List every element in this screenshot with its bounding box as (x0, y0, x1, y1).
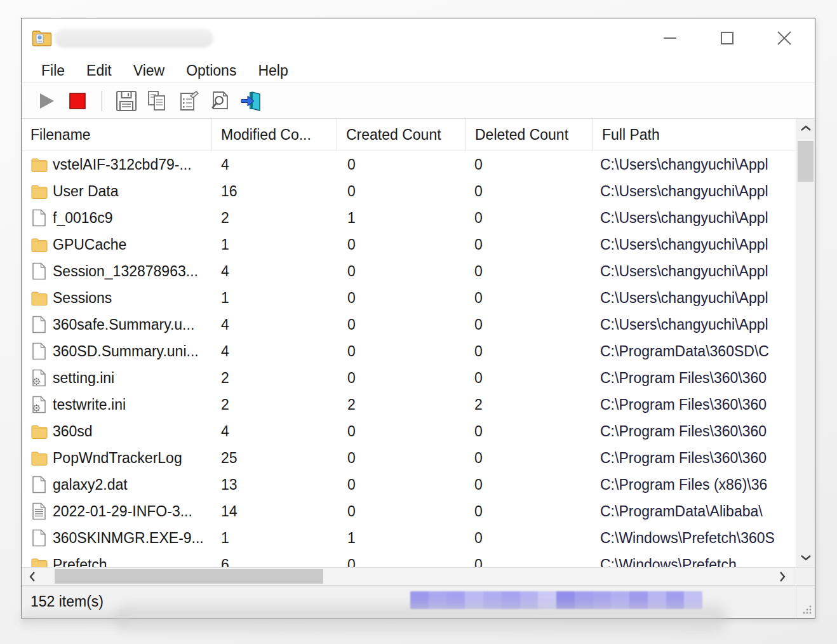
column-header-filename[interactable]: Filename (22, 119, 212, 151)
filename-cell: 2022-01-29-INFO-3... (22, 502, 212, 520)
chevron-right-icon (779, 571, 786, 582)
table-row[interactable]: PopWndTrackerLog 25 0 0 C:\Program Files… (22, 445, 796, 471)
deleted-count-cell: 0 (466, 290, 593, 307)
table-row[interactable]: User Data 16 0 0 C:\Users\changyuchi\App… (22, 178, 796, 205)
start-button[interactable] (34, 88, 58, 114)
vertical-scrollbar[interactable] (796, 119, 815, 567)
table-row[interactable]: 360safe.Summary.u... 4 0 0 C:\Users\chan… (22, 311, 796, 338)
folder-icon (30, 422, 48, 440)
table-row[interactable]: f_0016c9 2 1 0 C:\Users\changyuchi\Appl (22, 205, 796, 231)
modified-count-cell: 2 (212, 396, 337, 413)
created-count-cell: 0 (337, 290, 466, 307)
modified-count-cell: 4 (212, 343, 337, 360)
menu-view[interactable]: View (123, 58, 175, 83)
toolbar-separator (102, 91, 102, 111)
column-header-modified-count[interactable]: Modified Co... (212, 119, 337, 151)
table-row[interactable]: vstelAIF-312cbd79-... 4 0 0 C:\Users\cha… (22, 151, 796, 178)
created-count-cell: 0 (337, 423, 466, 440)
filename-cell: galaxy2.dat (22, 476, 212, 493)
filename-label: Sessions (53, 290, 112, 307)
deleted-count-cell: 0 (466, 503, 593, 520)
modified-count-cell: 4 (212, 423, 337, 440)
menubar: File Edit View Options Help (22, 58, 815, 83)
properties-button[interactable] (177, 88, 201, 114)
scroll-down-button[interactable] (796, 548, 815, 567)
chevron-up-icon (800, 125, 812, 131)
table-row[interactable]: Session_132878963... 4 0 0 C:\Users\chan… (22, 258, 796, 285)
exit-button[interactable] (239, 88, 263, 114)
table-row[interactable]: 360SD.Summary.uni... 4 0 0 C:\ProgramDat… (22, 338, 796, 365)
deleted-count-cell: 0 (466, 556, 593, 568)
listview-header: Filename Modified Co... Created Count De… (22, 119, 796, 151)
column-header-deleted-count[interactable]: Deleted Count (466, 119, 593, 151)
created-count-cell: 0 (337, 263, 466, 280)
column-header-created-count[interactable]: Created Count (337, 119, 466, 151)
horizontal-scrollbar[interactable] (22, 567, 815, 585)
horizontal-scroll-thumb[interactable] (55, 569, 323, 584)
menu-options[interactable]: Options (175, 58, 247, 83)
created-count-cell: 0 (337, 370, 466, 387)
filename-cell: f_0016c9 (22, 209, 212, 227)
file-icon (30, 476, 48, 493)
maximize-button[interactable] (714, 25, 740, 51)
horizontal-scroll-track[interactable] (43, 568, 772, 585)
stop-button[interactable] (65, 88, 90, 114)
folder-icon (30, 236, 48, 253)
table-row[interactable]: Prefetch 6 0 0 C:\Windows\Prefetch (22, 551, 796, 567)
full-path-cell: C:\Users\changyuchi\Appl (593, 263, 796, 280)
table-row[interactable]: GPUCache 1 0 0 C:\Users\changyuchi\Appl (22, 231, 796, 258)
folder-monitor-icon[interactable] (32, 29, 52, 47)
menu-file[interactable]: File (30, 58, 76, 83)
deleted-count-cell: 0 (466, 236, 593, 253)
resize-grip[interactable] (802, 605, 812, 615)
scroll-up-button[interactable] (796, 119, 815, 138)
full-path-cell: C:\Program Files\360\360 (593, 450, 796, 467)
chevron-left-icon (29, 571, 36, 582)
play-icon (37, 91, 56, 111)
modified-count-cell: 4 (212, 156, 337, 173)
item-count-label: 152 item(s) (22, 593, 104, 610)
full-path-cell: C:\ProgramData\360SD\C (593, 343, 796, 360)
table-row[interactable]: 2022-01-29-INFO-3... 14 0 0 C:\ProgramDa… (22, 498, 796, 525)
column-header-full-path[interactable]: Full Path (593, 119, 796, 151)
created-count-cell: 0 (337, 236, 466, 253)
ini-icon (30, 369, 48, 387)
filename-cell: testwrite.ini (22, 396, 212, 413)
full-path-cell: C:\Users\changyuchi\Appl (593, 290, 796, 307)
created-count-cell: 0 (337, 476, 466, 493)
chevron-down-icon (800, 554, 812, 561)
created-count-cell: 1 (337, 210, 466, 227)
vertical-scroll-track[interactable] (796, 138, 815, 548)
table-row[interactable]: Sessions 1 0 0 C:\Users\changyuchi\Appl (22, 285, 796, 311)
table-row[interactable]: testwrite.ini 2 2 2 C:\Program Files\360… (22, 391, 796, 418)
scroll-left-button[interactable] (22, 568, 43, 585)
redacted-status-text (410, 591, 702, 609)
find-button[interactable] (208, 88, 232, 114)
deleted-count-cell: 0 (466, 343, 593, 360)
copy-button[interactable] (145, 88, 170, 114)
deleted-count-cell: 0 (466, 156, 593, 173)
table-row[interactable]: galaxy2.dat 13 0 0 C:\Program Files (x86… (22, 471, 796, 498)
full-path-cell: C:\Users\changyuchi\Appl (593, 236, 796, 253)
ini-icon (30, 396, 48, 413)
full-path-cell: C:\Users\changyuchi\Appl (593, 316, 796, 333)
created-count-cell: 0 (337, 183, 466, 200)
filename-label: 360SD.Summary.uni... (53, 343, 199, 360)
find-icon (208, 90, 231, 112)
scroll-right-button[interactable] (772, 568, 793, 585)
close-button[interactable] (772, 25, 797, 51)
filename-cell: PopWndTrackerLog (22, 449, 212, 467)
table-row[interactable]: 360sd 4 0 0 C:\Program Files\360\360 (22, 418, 796, 445)
table-row[interactable]: 360SKINMGR.EXE-9... 1 1 0 C:\Windows\Pre… (22, 525, 796, 551)
window-controls (657, 25, 797, 51)
save-button[interactable] (114, 88, 138, 114)
minimize-button[interactable] (657, 25, 683, 51)
folder-icon (30, 556, 48, 567)
window-title-redacted (55, 29, 213, 48)
menu-help[interactable]: Help (247, 58, 298, 83)
menu-edit[interactable]: Edit (76, 58, 123, 83)
created-count-cell: 2 (337, 396, 466, 413)
vertical-scroll-thumb[interactable] (798, 141, 814, 182)
table-row[interactable]: setting.ini 2 0 0 C:\Program Files\360\3… (22, 365, 796, 391)
deleted-count-cell: 2 (466, 396, 593, 413)
